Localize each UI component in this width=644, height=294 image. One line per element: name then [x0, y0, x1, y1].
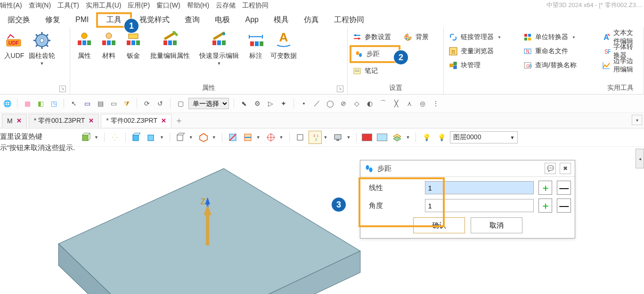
qa-crossline-icon[interactable]: ╳ — [391, 98, 401, 109]
qa-filter-icon[interactable]: ⧩ — [122, 98, 132, 109]
menu-help[interactable]: 帮助(H) — [187, 1, 209, 10]
bulb-off-icon[interactable]: 💡 — [435, 131, 448, 144]
var-browser-button[interactable]: π 变量浏览器 — [446, 44, 516, 58]
ok-button[interactable]: 确认 — [413, 217, 465, 233]
linear-input[interactable] — [425, 181, 534, 194]
dialog-tip-button[interactable]: 💬 — [545, 163, 556, 174]
view-square-icon[interactable] — [293, 131, 307, 144]
qa-gear-icon[interactable]: ⚙ — [252, 98, 262, 109]
attributes-button[interactable]: 属性 — [72, 29, 97, 83]
linear-minus-button[interactable]: — — [557, 181, 571, 195]
view-target-icon[interactable] — [264, 131, 277, 144]
note-button[interactable]: 笔记 — [350, 64, 397, 78]
select-mode-dropdown[interactable]: 单一选择 — [188, 98, 229, 109]
menu-window[interactable]: 窗口(W) — [156, 1, 180, 10]
learn-edit-button[interactable]: 边学边用编辑 — [599, 58, 642, 72]
qa-ring-icon[interactable]: ◎ — [417, 98, 428, 109]
view-wire-icon[interactable] — [174, 131, 187, 144]
qa-element-icon[interactable]: ▦ — [22, 98, 33, 109]
angle-input[interactable] — [425, 199, 534, 212]
doc-tab-part001[interactable]: * 零件001.Z3PRT ✕ — [29, 114, 99, 127]
color-red-swatch[interactable] — [360, 131, 374, 144]
close-icon[interactable]: ✕ — [161, 117, 166, 124]
qa-play-icon[interactable]: ▷ — [265, 98, 276, 109]
view-monitor-icon[interactable] — [331, 131, 344, 144]
tab-electrode[interactable]: 电极 — [207, 13, 237, 27]
qa-refresh-icon[interactable]: ⟳ — [142, 98, 152, 109]
unit-converter-button[interactable]: 单位转换器 ▼ — [520, 30, 595, 44]
tab-query[interactable]: 查询 — [177, 13, 207, 27]
chevron-down-icon[interactable]: ▼ — [346, 135, 351, 140]
qa-tree-icon[interactable]: ◳ — [49, 98, 59, 109]
qa-arrow-icon[interactable]: ↖ — [69, 98, 79, 109]
link-manager-button[interactable]: 链接管理器 ▼ — [446, 30, 516, 44]
qa-cursor-icon[interactable]: ⬉ — [239, 98, 249, 109]
tab-mold[interactable]: 模具 — [266, 13, 296, 27]
view-layers-icon[interactable] — [391, 131, 404, 144]
qa-dot-icon[interactable]: • — [299, 98, 309, 109]
view-cube-icon[interactable] — [79, 131, 92, 144]
qa-solid-icon[interactable]: ◧ — [35, 98, 46, 109]
view-box-blue2-icon[interactable] — [145, 131, 158, 144]
qa-snap-icon[interactable]: ✦ — [278, 98, 289, 109]
qa-layers-icon[interactable]: ▤ — [95, 98, 106, 109]
add-tab-button[interactable]: ＋ — [173, 115, 185, 126]
qa-arc-icon[interactable]: ⌒ — [378, 98, 388, 109]
angle-minus-button[interactable]: — — [557, 199, 571, 213]
tab-data-exchange[interactable]: 据交换 — [0, 13, 38, 27]
tab-collab[interactable]: 工程协同 — [326, 13, 372, 27]
insert-udf-button[interactable]: UDF 入UDF — [2, 29, 26, 84]
menu-app[interactable]: 应用(P) — [128, 1, 150, 10]
linear-plus-button[interactable]: ＋ — [538, 181, 553, 195]
menu-query[interactable]: 查询(N) — [29, 1, 51, 10]
qa-end-icon[interactable]: ⋮ — [431, 98, 441, 109]
group-launcher-icon[interactable]: ↘ — [59, 86, 66, 92]
doc-tab-m[interactable]: M ✕ — [2, 114, 27, 127]
tab-app[interactable]: App — [237, 14, 266, 26]
step-button[interactable]: 步距 — [350, 45, 400, 63]
qa-globe-icon[interactable]: 🌐 — [2, 98, 12, 109]
viewport-scroll-handle[interactable]: ◂ — [636, 149, 644, 168]
qa-circle-icon[interactable]: ◯ — [325, 98, 335, 109]
qa-twin-icon[interactable]: ⋏ — [404, 98, 415, 109]
view-dotgrid-icon[interactable]: ⁛ — [108, 131, 122, 144]
cancel-button[interactable]: 取消 — [471, 217, 522, 233]
qa-box-icon[interactable]: ▢ — [175, 98, 186, 109]
view-section2-icon[interactable] — [241, 131, 254, 144]
menu-tools[interactable]: 工具(T) — [57, 1, 79, 10]
background-button[interactable]: 背景 — [400, 30, 441, 44]
cyl-gear-button[interactable]: 圆柱齿轮 ▼ — [26, 29, 57, 84]
annotate-button[interactable]: 标注 — [244, 29, 268, 83]
chevron-down-icon[interactable]: ▼ — [256, 135, 261, 140]
view-box-blue-icon[interactable] — [130, 131, 143, 144]
qa-line-icon[interactable]: ／ — [312, 98, 322, 109]
view-hex-icon[interactable] — [197, 131, 210, 144]
material-button[interactable]: 材料 — [97, 29, 121, 83]
tab-pmi[interactable]: PMI — [68, 14, 96, 26]
menu-util-tools[interactable]: 实用工具(U) — [86, 1, 121, 10]
qa-half-icon[interactable]: ◐ — [365, 98, 375, 109]
qa-cut-icon[interactable]: ⊘ — [338, 98, 349, 109]
qa-diamond-icon[interactable]: ◇ — [351, 98, 362, 109]
menu-collab[interactable]: 工程协同 — [242, 1, 269, 10]
font-converter-button[interactable]: SF 字体转换器 — [599, 44, 642, 58]
find-replace-button[interactable]: GB 查询/替换名称 — [520, 58, 595, 72]
block-manager-button[interactable]: 块管理 — [446, 58, 516, 72]
view-numbers-icon[interactable]: 312 — [309, 131, 322, 144]
text-editor-button[interactable]: A 文本文件编辑 — [599, 30, 642, 44]
chevron-down-icon[interactable]: ▼ — [189, 135, 193, 140]
quick-display-button[interactable]: 快速显示编辑 ▼ — [195, 29, 244, 83]
qa-rotate-icon[interactable]: ↺ — [155, 98, 165, 109]
chevron-down-icon[interactable]: ▼ — [406, 135, 410, 140]
tabs-overflow-button[interactable]: ▾ — [632, 115, 642, 125]
dialog-close-button[interactable]: ✖ — [560, 163, 571, 174]
chevron-down-icon[interactable]: ▼ — [324, 135, 328, 140]
color-cyan-swatch[interactable] — [375, 131, 389, 144]
qa-rect2-icon[interactable]: ▭ — [108, 98, 119, 109]
chevron-down-icon[interactable]: ▼ — [94, 135, 98, 140]
close-icon[interactable]: ✕ — [16, 117, 22, 124]
bulb-on-icon[interactable]: 💡 — [420, 131, 433, 144]
batch-edit-button[interactable]: 批量编辑属性 — [146, 29, 195, 83]
variable-data-button[interactable]: A 可变数据 — [268, 29, 299, 83]
menu-cloud[interactable]: 云存储 — [216, 1, 236, 10]
